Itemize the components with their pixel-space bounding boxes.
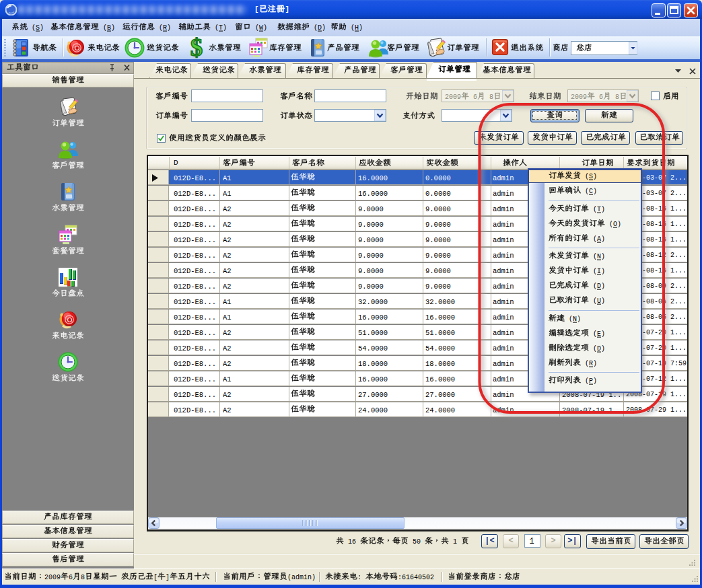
- svg-text:2009: 2009: [44, 574, 61, 581]
- svg-text:(T): (T): [215, 24, 227, 32]
- svg-text:(D): (D): [593, 344, 605, 352]
- svg-text:]: ]: [285, 5, 290, 13]
- svg-text:(U): (U): [593, 297, 605, 305]
- svg-text:(A): (A): [593, 235, 605, 242]
- svg-text:50: 50: [413, 538, 421, 546]
- svg-text:(D): (D): [593, 283, 605, 290]
- svg-text:(H): (H): [351, 24, 363, 32]
- svg-text:(admin): (admin): [287, 574, 316, 581]
- svg-text:[: [: [254, 5, 259, 13]
- svg-text:8: 8: [81, 574, 85, 581]
- svg-text:1: 1: [453, 538, 457, 546]
- svg-text:(N): (N): [569, 315, 581, 322]
- svg-text::: :: [357, 574, 361, 581]
- svg-text:(N): (N): [593, 253, 605, 260]
- svg-text:(I): (I): [593, 268, 605, 275]
- svg-text:(D): (D): [314, 24, 326, 32]
- svg-text:(O): (O): [609, 220, 621, 227]
- svg-text:(R): (R): [159, 24, 171, 32]
- svg-text:(B): (B): [103, 24, 115, 32]
- svg-text:16: 16: [348, 538, 356, 546]
- svg-text:(S): (S): [585, 173, 597, 180]
- svg-text:[: [: [153, 574, 157, 581]
- svg-text:(P): (P): [585, 377, 597, 385]
- svg-text:(C): (C): [585, 188, 597, 195]
- svg-text:$: $: [190, 37, 203, 59]
- svg-text::61640502: :61640502: [398, 574, 434, 581]
- svg-text:6: 6: [69, 574, 73, 581]
- svg-text:(T): (T): [593, 205, 605, 213]
- svg-text:2009: 2009: [445, 94, 461, 101]
- svg-text:(W): (W): [255, 24, 267, 32]
- svg-text:(E): (E): [593, 330, 605, 337]
- svg-text:]: ]: [166, 574, 170, 581]
- svg-text:(R): (R): [585, 359, 597, 367]
- svg-text:(S): (S): [32, 24, 44, 32]
